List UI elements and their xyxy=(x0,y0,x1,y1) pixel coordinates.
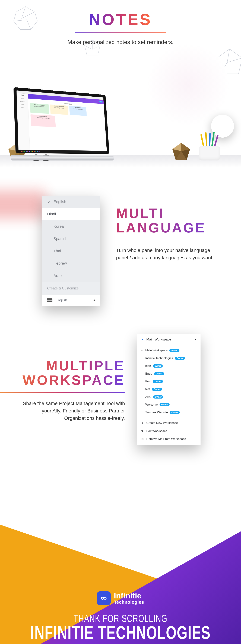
workspace-item[interactable]: Infinitie TechnologiesOwner xyxy=(137,354,200,362)
sidebar-item: Home xyxy=(18,97,27,99)
decor-polygon-icon xyxy=(12,5,39,32)
language-option[interactable]: Spanish xyxy=(42,232,100,245)
sidebar-item: Chat xyxy=(18,107,28,108)
sticky-note: Need a reply ?lorem ipsum placeholder xyxy=(69,106,87,116)
decor-polygon-icon xyxy=(83,39,102,58)
workspace-item[interactable]: ✓Main WorkspaceOwner xyxy=(137,347,200,354)
workspace-dropdown-panel[interactable]: ✓ Main Workspace ✓Main WorkspaceOwnerInf… xyxy=(137,334,200,445)
workspace-name: Main Workspace xyxy=(145,349,168,352)
owner-badge: Owner xyxy=(169,349,179,352)
notes-hero: TASK Home Projects Tasks Chat New Sticky… xyxy=(0,58,241,168)
svg-line-7 xyxy=(84,46,92,50)
workspace-item[interactable]: WelcomeOwner xyxy=(137,401,200,408)
workspace-name: Engg xyxy=(145,372,152,376)
workspace-name: ABC xyxy=(145,395,152,399)
sticky-note: Who doesn't like this?lorem ipsum placeh… xyxy=(30,103,49,114)
sticky-note: Prioritize Plans #1lorem ipsum placehold… xyxy=(30,114,56,127)
brand-name: Infinitie xyxy=(114,592,144,600)
workspace-name: test xyxy=(145,388,150,391)
workspace-name: Welcome xyxy=(145,403,158,406)
svg-line-4 xyxy=(27,20,31,30)
workspace-item[interactable]: PowOwner xyxy=(137,378,200,385)
notes-section: NOTES Make personalized notes to set rem… xyxy=(0,0,241,168)
current-workspace-label: Main Workspace xyxy=(146,338,192,341)
sidebar-item: Projects xyxy=(18,100,27,102)
workspace-name: Infinitie Technologies xyxy=(145,356,173,360)
caret-down-icon xyxy=(194,339,197,340)
selected-language-label: English xyxy=(56,298,67,302)
language-option[interactable]: Hebrew xyxy=(42,257,100,270)
language-option[interactable]: Korea xyxy=(42,220,100,232)
workspace-title: MULTIPLEWORKSPACE xyxy=(12,358,125,388)
language-dropdown-panel[interactable]: English Hindi Korea Spanish Thai Hebrew … xyxy=(42,196,100,306)
title-underline xyxy=(116,240,214,240)
company-name: INFINITIE TECHNOLOGIES xyxy=(12,622,229,643)
footer-section: Infinitie Technologies THANK FOR SCROLLI… xyxy=(0,502,241,644)
owner-badge: Owner xyxy=(170,411,180,414)
workspace-item[interactable]: testOwner xyxy=(137,385,200,393)
close-icon: ✕ xyxy=(141,437,144,441)
sidebar-item: Tasks xyxy=(18,104,28,106)
language-body: Turn whole panel into your native langua… xyxy=(116,247,214,262)
owner-badge: Owner xyxy=(154,372,164,375)
flag-icon xyxy=(47,298,52,302)
owner-badge: Owner xyxy=(153,395,163,398)
language-title: MULTILANGUAGE xyxy=(116,206,229,235)
svg-line-3 xyxy=(14,20,27,21)
edit-icon: ✎ xyxy=(141,429,144,433)
title-underline xyxy=(0,392,125,393)
language-option[interactable]: English xyxy=(42,196,100,208)
workspace-name: blah xyxy=(145,364,151,368)
language-section: English Hindi Korea Spanish Thai Hebrew … xyxy=(0,168,241,327)
workspace-item[interactable]: blahOwner xyxy=(137,362,200,370)
brand-subname: Technologies xyxy=(114,600,144,604)
pencil-cup xyxy=(199,136,220,160)
create-customize-button[interactable]: Create & Customize xyxy=(42,282,100,294)
workspace-item[interactable]: ABCOwner xyxy=(137,393,200,401)
workspace-name: Pow xyxy=(145,380,151,383)
title-underline xyxy=(75,32,166,32)
svg-marker-0 xyxy=(14,7,38,30)
owner-badge: Owner xyxy=(175,357,185,360)
check-icon: ✓ xyxy=(141,349,144,352)
workspace-body: Share the same Project Management Tool w… xyxy=(12,400,125,422)
workspace-item[interactable]: EnggOwner xyxy=(137,370,200,378)
workspace-dropdown-header[interactable]: ✓ Main Workspace xyxy=(137,334,200,345)
notes-title: NOTES xyxy=(89,10,152,29)
app-sidebar: TASK Home Projects Tasks Chat xyxy=(16,93,30,150)
workspace-list: ✓Main WorkspaceOwnerInfinitie Technologi… xyxy=(137,345,200,418)
workspace-name: Sunmax Website xyxy=(145,411,168,414)
check-icon: ✓ xyxy=(141,338,144,342)
svg-line-8 xyxy=(92,46,100,50)
owner-badge: Owner xyxy=(153,380,163,383)
decor-blur xyxy=(0,190,46,218)
decor-circle xyxy=(148,44,229,125)
workspace-item[interactable]: Sunmax WebsiteOwner xyxy=(137,408,200,416)
header-pill: New xyxy=(99,101,102,102)
owner-badge: Owner xyxy=(153,364,163,368)
plus-icon: ＋ xyxy=(141,421,144,425)
laptop-mockup: TASK Home Projects Tasks Chat New Sticky… xyxy=(13,87,110,160)
notes-subtitle: Make personalized notes to set reminders… xyxy=(64,38,177,46)
owner-badge: Owner xyxy=(160,403,170,406)
caret-up-icon xyxy=(93,300,96,301)
infinity-logo-icon xyxy=(97,592,111,605)
workspace-section: MULTIPLEWORKSPACE Share the same Project… xyxy=(0,327,241,502)
language-option[interactable]: Hindi xyxy=(42,208,100,220)
gem-icon xyxy=(171,143,192,160)
app-logo: TASK xyxy=(17,94,27,96)
owner-badge: Owner xyxy=(152,388,162,391)
create-workspace-button[interactable]: ＋ Create New Workspace xyxy=(137,419,200,427)
language-selector-footer[interactable]: English xyxy=(42,294,100,306)
language-option[interactable]: Arabic xyxy=(42,270,100,282)
sticky-note: Just a Reminder Notelorem ipsum placehol… xyxy=(50,104,68,115)
language-option[interactable]: Thai xyxy=(42,245,100,257)
decor-small-circle xyxy=(211,115,234,138)
edit-workspace-button[interactable]: ✎ Edit Workspace xyxy=(137,427,200,435)
remove-workspace-button[interactable]: ✕ Remove Me From Workspace xyxy=(137,435,200,443)
brand-lockup: Infinitie Technologies xyxy=(97,592,144,605)
